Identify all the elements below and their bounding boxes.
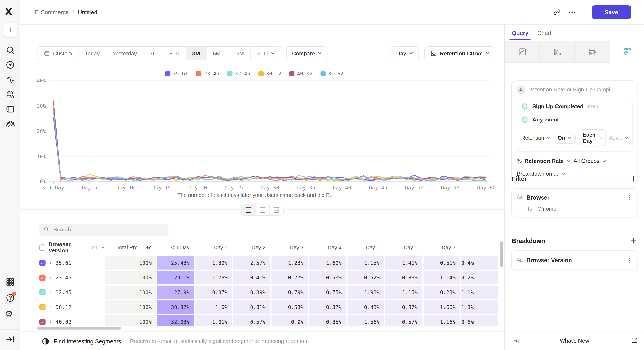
save-button[interactable]: Save [592, 5, 632, 19]
column-header[interactable]: Day 3 [270, 244, 308, 250]
retention-cell[interactable]: 0.51% [423, 256, 460, 270]
toggle-split-view[interactable] [242, 204, 256, 215]
legend-item[interactable]: 35.61 [165, 71, 188, 77]
share-link-icon[interactable] [552, 8, 561, 16]
sidebar-item-board[interactable] [5, 104, 15, 114]
column-header[interactable]: Day 6 [384, 244, 422, 250]
retention-cell[interactable]: 0.57% [386, 315, 422, 326]
retention-cell[interactable]: 0.77% [271, 271, 308, 285]
retention-cell[interactable]: 0.89% [233, 286, 270, 299]
retention-cell-clipped[interactable]: 0.2% [461, 271, 498, 285]
row-checkbox[interactable]: ✓ [40, 275, 46, 281]
toggle-table-only[interactable] [269, 204, 283, 215]
compare-button[interactable]: Compare [286, 46, 328, 60]
return-event[interactable]: Any event [532, 117, 559, 123]
retention-cell[interactable]: 0.37% [310, 300, 346, 314]
sidebar-item-collapse[interactable] [5, 335, 15, 344]
retention-cell[interactable]: 1.14% [423, 271, 460, 285]
retention-cell[interactable]: 29.1% [157, 271, 194, 285]
whats-new-link[interactable]: What's New [560, 338, 589, 344]
retention-cell[interactable]: 0.86% [386, 271, 422, 285]
retention-cell[interactable]: 0.35% [310, 315, 346, 326]
retention-cell[interactable]: 0.57% [233, 315, 270, 326]
metric-dropdown[interactable]: Retention Rate [524, 158, 564, 164]
retention-cell-clipped[interactable]: 0.4% [461, 256, 498, 270]
range-3m[interactable]: 3M [186, 47, 206, 60]
horizontal-scrollbar[interactable] [37, 327, 121, 329]
filter-property[interactable]: Browser [526, 194, 550, 201]
sidebar-item-cursor-click[interactable] [5, 75, 15, 84]
group-column-header[interactable]: Browser Version [48, 241, 88, 254]
query-title[interactable]: Retention Rate of Sign Up Compl... [528, 87, 615, 93]
retention-cell[interactable]: 1.69% [310, 256, 346, 270]
retention-cell-clipped[interactable]: 1.1% [461, 286, 498, 299]
each-day-dropdown[interactable]: Each Day [579, 129, 606, 147]
breadcrumb-report-title[interactable]: Untitled [78, 9, 97, 15]
retention-cell[interactable]: 30.87% [157, 300, 194, 314]
retention-cell[interactable]: 1.39% [195, 256, 232, 270]
sidebar-item-compass[interactable] [5, 60, 15, 70]
sidebar-item-group[interactable] [5, 119, 15, 129]
kebab-menu-icon[interactable]: ⋮ [626, 256, 633, 264]
retention-line-chart[interactable] [49, 80, 489, 184]
advanced-dropdown[interactable]: Adv... [609, 135, 628, 141]
groups-dropdown[interactable]: All Groups [574, 158, 600, 164]
retention-cell[interactable]: 1.23% [271, 256, 308, 270]
table-row[interactable]: ✓›30.12100%30.87%1.6%0.81%0.53%0.37%0.48… [20, 300, 504, 314]
column-header[interactable]: Day 7 [422, 244, 460, 250]
retention-cell[interactable]: 1.15% [348, 256, 384, 270]
row-checkbox[interactable]: ✓ [40, 260, 46, 266]
row-expander-icon[interactable]: › [49, 289, 52, 295]
sidebar-item-search[interactable] [5, 45, 15, 55]
retention-cell[interactable]: 1.15% [386, 286, 422, 299]
breadcrumb-project[interactable]: E-Commerce [35, 9, 69, 15]
legend-item[interactable]: 40.02 [289, 71, 312, 77]
select-all-checkbox[interactable] [40, 244, 45, 250]
retention-cell[interactable]: 1.01% [195, 315, 232, 326]
create-new-button[interactable] [3, 23, 17, 37]
row-expander-icon[interactable]: › [49, 319, 52, 325]
sidebar-item-grid[interactable] [5, 277, 15, 287]
retention-cell[interactable]: 0.9% [271, 315, 308, 326]
vertical-scrollbar[interactable] [500, 241, 503, 267]
retention-cell-clipped[interactable]: 0.6% [461, 315, 498, 326]
retention-cell[interactable]: 1.66% [423, 300, 460, 314]
toggle-chart-only[interactable] [255, 204, 269, 215]
sidebar-item-users[interactable] [5, 90, 15, 99]
filter-value[interactable]: Chrome [537, 205, 556, 212]
retention-cell[interactable]: 2.57% [233, 256, 270, 270]
tab-query[interactable]: Query [512, 30, 528, 36]
column-header[interactable]: Day 4 [308, 244, 346, 250]
range-today[interactable]: Today [78, 47, 106, 60]
column-header[interactable]: < 1 Day [156, 244, 194, 250]
total-column-header[interactable]: Total Pro... [116, 244, 142, 250]
report-type-funnels[interactable] [540, 41, 575, 63]
retention-cell[interactable]: 0.53% [271, 300, 308, 314]
table-row[interactable]: ✓›32.45100%27.9%0.87%0.89%0.79%0.75%1.98… [20, 286, 504, 299]
table-row[interactable]: ✓›23.45100%29.1%1.78%0.41%0.77%0.53%0.52… [20, 271, 504, 285]
table-row[interactable]: ✓›40.02100%32.03%1.01%0.57%0.9%0.35%1.56… [20, 315, 504, 326]
row-expander-icon[interactable]: › [49, 275, 52, 281]
range-6m[interactable]: 6M [206, 47, 226, 60]
find-segments-button[interactable]: Find Interesting Segments [54, 338, 121, 345]
retention-cell[interactable]: 32.03% [157, 315, 194, 326]
retention-cell[interactable]: 25.43% [157, 256, 194, 270]
column-header[interactable]: Day 2 [232, 244, 270, 250]
retention-cell-clipped[interactable]: 1.3% [461, 300, 498, 314]
range-7d[interactable]: 7D [143, 47, 163, 60]
row-checkbox[interactable]: ✓ [40, 289, 46, 295]
retention-cell[interactable]: 0.53% [310, 271, 346, 285]
range-custom[interactable]: Custom [37, 47, 78, 60]
legend-item[interactable]: 31.62 [320, 71, 344, 77]
collapse-panel-icon[interactable] [513, 337, 520, 344]
retention-type-dropdown[interactable]: Retention [521, 135, 550, 141]
row-checkbox[interactable]: ✓ [40, 319, 46, 325]
range-yesterday[interactable]: Yesterday [106, 47, 143, 60]
column-header[interactable]: Day 5 [346, 244, 384, 250]
first-event[interactable]: Sign Up Completed [532, 103, 584, 110]
more-options-icon[interactable] [568, 8, 576, 16]
row-expander-icon[interactable]: › [49, 304, 52, 310]
sidebar-item-help[interactable] [5, 293, 15, 303]
range-30d[interactable]: 30D [163, 47, 186, 60]
retention-cell[interactable]: 0.87% [195, 286, 232, 299]
